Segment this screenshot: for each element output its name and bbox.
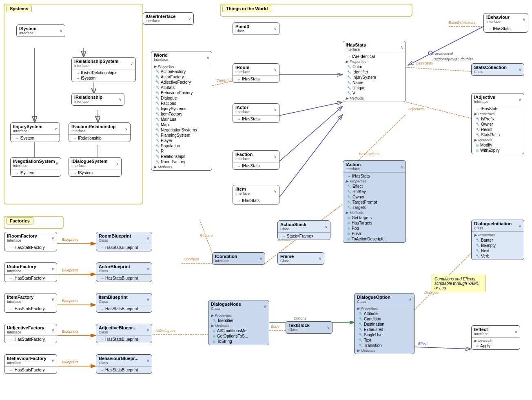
box-roomblueprint: RoomBlueprint Class ∨ HasStatsBlueprint: [96, 232, 152, 251]
svg-text:BaseStats: BaseStats: [416, 61, 433, 65]
box-iroom: IRoom Interface ∨ IHasStats: [233, 63, 279, 83]
box-iadjective: IAdjective Interface ∧ IHasStats ▶ Prope…: [471, 93, 524, 154]
svg-point-53: [428, 51, 432, 55]
svg-text:Body: Body: [271, 324, 279, 329]
box-frame: Frame Class ∨: [277, 252, 324, 265]
box-iitem: IItem Interface ∨ IHasStats: [233, 185, 279, 204]
box-iadjfactory: IAdjectiveFactory Interface ∨ IHasStatsF…: [4, 324, 57, 343]
group-systems: Systems: [6, 5, 32, 12]
svg-line-48: [200, 220, 212, 253]
svg-text:Adjectives: Adjectives: [408, 107, 425, 111]
box-ifactionrelationship: IFactionRelationship Interface ∨ IRelati…: [69, 122, 131, 142]
svg-line-16: [406, 67, 471, 71]
group-factories: Factories: [6, 217, 33, 224]
box-dialogueinitiation: DialogueInitiation Class ∧ ▶ Properties …: [471, 220, 524, 260]
group-things: Things in the World: [222, 5, 271, 12]
svg-text:Blueprints: Blueprints: [62, 268, 79, 272]
box-irelationshipsystem: IRelationshipSystem Interface ∨ IList<IR…: [71, 57, 136, 82]
svg-text:Blueprints: Blueprints: [62, 329, 79, 333]
svg-text:Effect: Effect: [418, 342, 428, 346]
box-irelationship: IRelationship Interface ∨: [71, 93, 124, 106]
box-statscollection: StatsCollection Class ∨: [471, 63, 524, 76]
box-iactor: IActor Interface ∨ IHasStats: [233, 103, 279, 123]
box-iactorfactory: IActorFactory Interface ∨ IHasStatsFacto…: [4, 262, 57, 282]
svg-text:Blueprints: Blueprints: [62, 299, 79, 303]
svg-line-15: [279, 114, 343, 197]
box-icondition: ICondition Interface ∨: [212, 252, 265, 265]
box-actionstack: ActionStack Class ∨ Stack<Frame>: [277, 220, 330, 240]
box-behavblueprint: BehaviourBluepr... Class ∨ HasStatsBluep…: [96, 354, 152, 374]
box-dialogueoption: DialogueOption Class ∧ ▶ Properties 🔧 At…: [354, 293, 415, 354]
box-iworld: IWorld Interface ∧ ▶ Properties 🔧 Action…: [151, 51, 212, 171]
svg-text:BaseBehaviours: BaseBehaviours: [449, 20, 476, 24]
svg-text:Require: Require: [200, 233, 213, 238]
box-iinjurysystem: IInjurySystem Interface ∨ ISystem: [10, 122, 60, 142]
box-ibehaviour: IBehaviour Interface ∨ IHasStats: [483, 13, 528, 33]
box-textblock: TextBlock Class ∨: [286, 321, 332, 334]
diagram-container: CurrentLocation BaseStats Adjectives Bas…: [0, 0, 532, 400]
svg-line-18: [406, 102, 471, 118]
svg-line-46: [414, 347, 471, 349]
box-ieffect: IEffect Interface ∧ ▶ Methods Apply: [471, 325, 520, 350]
svg-text:Blueprints: Blueprints: [62, 238, 79, 242]
box-iroomfactory: IRoomFactory Interface ∨ IHasStatsFactor…: [4, 232, 57, 251]
box-ihasstats: IHasStats Interface ∧ IAreIdentical ▶ Pr…: [343, 41, 406, 102]
svg-line-50: [408, 27, 483, 65]
box-adjblueprint: AdjectiveBluepr... Class ∨ HasStatsBluep…: [96, 324, 152, 343]
svg-text:IAreIdentical: IAreIdentical: [432, 52, 453, 56]
svg-text:Options: Options: [294, 316, 307, 320]
box-idialogsystem: IDialogueSystem Interface ∨ ISystem: [69, 157, 122, 177]
box-actorblueprint: ActorBlueprint Class ∨ HasStatsBlueprint: [96, 262, 152, 282]
svg-text:Condition: Condition: [184, 257, 199, 261]
box-iuserinterface: IUserInterface Interface ∨: [143, 12, 194, 25]
svg-text:IDictionary<Stat, double>: IDictionary<Stat, double>: [432, 57, 474, 61]
box-inegotiationsystem: INegotiationSystem Interface ∨ ISystem: [10, 157, 61, 177]
box-iaction: IAction Interface ∧ IHasStats ▶ Properti…: [343, 160, 406, 243]
note-conditions-effects: Conditions and Effects scriptable throug…: [432, 275, 485, 292]
svg-line-14: [279, 106, 343, 161]
box-ibehavfactory: IBehaviourFactory Interface ∨ IHasStatsF…: [4, 354, 57, 374]
box-iitemfactory: IItemFactory Interface ∨ IHasStatsFactor…: [4, 293, 57, 313]
box-itemblueprint: ItemBlueprint Class ∨ HasStatsBlueprint: [96, 293, 152, 313]
svg-text:Blueprints: Blueprints: [62, 360, 79, 364]
box-ifaction: IFaction Interface ∨ IHasStats: [233, 150, 279, 170]
box-dialoguenode: DialogueNode Class ∧ ▶ Properties 🔧 Iden…: [208, 300, 269, 345]
box-point3: Point3 Class ∨: [233, 22, 279, 35]
box-isystem: ISystem Interface ∨: [16, 24, 65, 37]
svg-text:AllDialogues: AllDialogues: [155, 329, 176, 333]
svg-line-13: [279, 102, 343, 116]
svg-text:BaseActions: BaseActions: [359, 152, 380, 156]
